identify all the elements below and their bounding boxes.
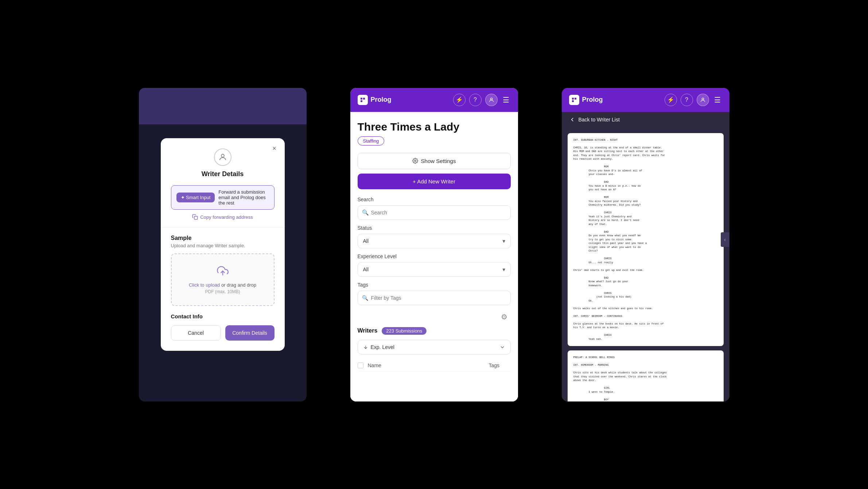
svg-point-7: [414, 160, 416, 162]
back-link-label: Back to Writer List: [579, 117, 620, 123]
cancel-button[interactable]: Cancel: [171, 325, 221, 341]
svg-rect-10: [575, 98, 576, 100]
screen3-header-icons: ⚡ ? ☰: [665, 94, 722, 106]
script-page-2-text: PRELAP: A SCHOOL BELL RINGS INT. HOMEROO…: [573, 356, 718, 401]
settings-icon-area: ⚙: [358, 310, 511, 323]
screen3-app-logo: Prolog: [569, 95, 603, 105]
contact-info-title: Contact Info: [171, 313, 275, 319]
divider: [161, 227, 285, 228]
show-settings-button[interactable]: Show Settings: [358, 153, 511, 169]
screen3-script-viewer: Prolog ⚡ ? ☰ Back to Writer List: [562, 88, 729, 401]
script-page-1-text: INT. SUBURBAN KITCHEN - NIGHT CHRIS, 16,…: [573, 138, 718, 341]
screen1-modal-container: × Writer Details ✦ Smart Input Forward a…: [139, 88, 307, 401]
screen3-header: Prolog ⚡ ? ☰: [562, 88, 729, 112]
submissions-badge: 223 Submissions: [382, 327, 427, 335]
screen2-main-app: Prolog ⚡ ? ☰ Three Times a Lady Staffing: [350, 88, 518, 401]
screen3-menu-button[interactable]: ☰: [713, 94, 722, 106]
add-writer-label: + Add New Writer: [413, 178, 455, 185]
tags-filter-wrap: 🔍: [358, 291, 511, 305]
back-link[interactable]: Back to Writer List: [562, 112, 729, 127]
svg-rect-4: [363, 98, 365, 100]
status-select-wrap: All ▼: [358, 234, 511, 248]
status-filter-section: Status All ▼: [358, 225, 511, 248]
script-page-2: PRELAP: A SCHOOL BELL RINGS INT. HOMEROO…: [568, 350, 724, 401]
table-header-checkbox[interactable]: [358, 362, 363, 368]
menu-button[interactable]: ☰: [501, 94, 511, 106]
upload-icon: [179, 265, 266, 279]
confirm-button[interactable]: Confirm Details: [225, 325, 275, 341]
screen3-content: INT. SUBURBAN KITCHEN - NIGHT CHRIS, 16,…: [562, 127, 729, 401]
tags-section: Tags 🔍: [358, 282, 511, 305]
svg-rect-5: [361, 100, 362, 102]
avatar-icon: [214, 148, 231, 166]
svg-rect-9: [572, 98, 574, 100]
status-select[interactable]: All: [358, 234, 511, 248]
avatar-button[interactable]: [485, 94, 498, 106]
screen3-bolt-button[interactable]: ⚡: [665, 94, 677, 106]
close-button[interactable]: ×: [269, 143, 280, 154]
exp-level-filter-label: Exp. Level: [371, 344, 394, 350]
search-label: Search: [358, 197, 511, 202]
search-section: Search 🔍: [358, 197, 511, 220]
tags-label: Tags: [358, 282, 511, 288]
table-header: Name Tags: [358, 360, 511, 372]
click-to-upload-link[interactable]: Click to upload: [189, 282, 220, 288]
sample-section-sub: Upload and manage Writer sample.: [171, 243, 275, 248]
exp-level-filter-row[interactable]: Exp. Level: [358, 340, 511, 354]
upload-hint: PDF (max. 10MB): [179, 289, 266, 294]
smart-input-row: ✦ Smart Input Forward a submission email…: [171, 185, 275, 210]
smart-input-button[interactable]: ✦ Smart Input: [176, 193, 215, 202]
smart-input-description: Forward a submission email and Prolog do…: [218, 189, 269, 206]
app-name: Prolog: [371, 96, 392, 104]
search-input-wrap: 🔍: [358, 205, 511, 220]
table-col-tags: Tags: [489, 362, 511, 368]
screen3-logo-icon: [569, 95, 579, 105]
screen3-help-button[interactable]: ?: [681, 94, 693, 106]
gear-button[interactable]: ⚙: [498, 310, 511, 323]
search-input[interactable]: [358, 205, 511, 220]
search-icon: 🔍: [362, 209, 369, 216]
status-badge: Staffing: [358, 136, 385, 145]
writers-label: Writers: [358, 327, 378, 334]
sample-section-title: Sample: [171, 235, 275, 241]
svg-point-6: [490, 98, 492, 100]
svg-rect-3: [361, 98, 362, 100]
copy-address-label: Copy forwarding address: [200, 214, 253, 220]
app-logo: Prolog: [358, 95, 392, 105]
table-col-name: Name: [368, 362, 484, 368]
writers-header: Writers 223 Submissions: [358, 327, 511, 335]
tags-search-icon: 🔍: [362, 295, 368, 301]
header-icons: ⚡ ? ☰: [453, 94, 511, 106]
exp-label: Experience Level: [358, 253, 511, 259]
bolt-button[interactable]: ⚡: [453, 94, 466, 106]
exp-level-arrow-icon: [499, 344, 505, 350]
script-page-1: INT. SUBURBAN KITCHEN - NIGHT CHRIS, 16,…: [568, 133, 724, 346]
collapse-arrow[interactable]: ‹: [721, 232, 729, 247]
svg-rect-11: [572, 100, 574, 102]
modal-footer: Cancel Confirm Details: [171, 325, 275, 341]
project-title: Three Times a Lady: [358, 121, 511, 133]
add-writer-button[interactable]: + Add New Writer: [358, 174, 511, 189]
exp-level-left: Exp. Level: [363, 344, 394, 350]
svg-point-0: [221, 154, 224, 157]
svg-rect-1: [194, 216, 198, 220]
screen3-avatar-button[interactable]: [697, 94, 709, 106]
modal-title: Writer Details: [171, 170, 275, 178]
exp-select[interactable]: All: [358, 262, 511, 277]
upload-text: Click to upload or drag and drop: [179, 282, 266, 288]
app-header: Prolog ⚡ ? ☰: [350, 88, 518, 112]
upload-area[interactable]: Click to upload or drag and drop PDF (ma…: [171, 253, 275, 306]
screen1-bg: [139, 88, 307, 124]
help-button[interactable]: ?: [469, 94, 482, 106]
copy-address-link[interactable]: Copy forwarding address: [171, 214, 275, 220]
writer-details-modal: × Writer Details ✦ Smart Input Forward a…: [161, 138, 285, 351]
screen3-app-name: Prolog: [582, 96, 603, 104]
back-arrow-icon: [569, 116, 576, 123]
tags-filter-input[interactable]: [358, 291, 511, 305]
svg-point-12: [702, 98, 704, 100]
status-label: Status: [358, 225, 511, 231]
logo-icon: [358, 95, 368, 105]
exp-select-wrap: All ▼: [358, 262, 511, 277]
app-content: Three Times a Lady Staffing Show Setting…: [350, 112, 518, 401]
exp-filter-section: Experience Level All ▼: [358, 253, 511, 277]
